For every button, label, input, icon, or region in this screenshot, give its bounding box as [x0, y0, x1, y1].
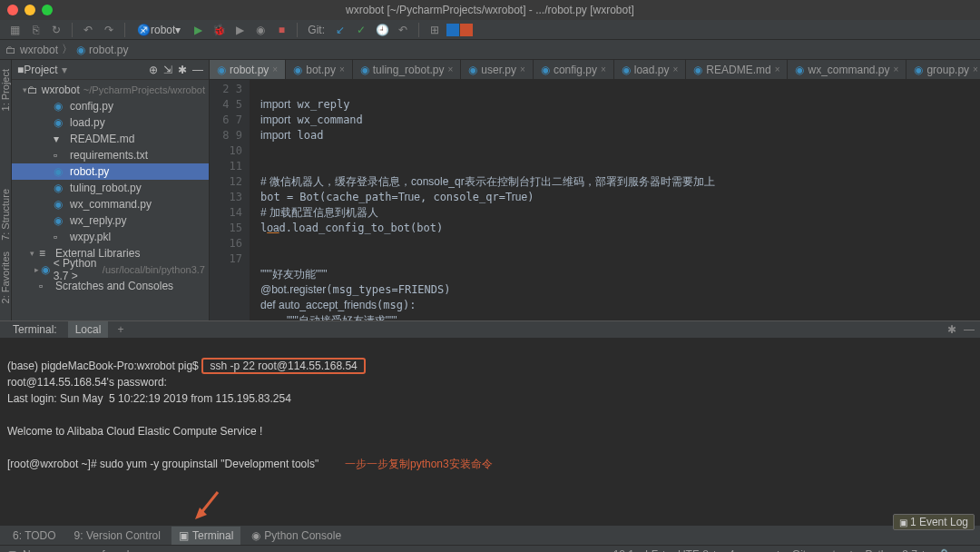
- terminal-settings-icon[interactable]: ✱: [947, 323, 956, 336]
- editor-tab[interactable]: ◉wx_command.py×: [788, 60, 906, 80]
- status-python[interactable]: Python 3.7 ÷: [865, 548, 926, 553]
- python-file-icon: ◉: [76, 44, 85, 56]
- python-console-tab[interactable]: ◉ Python Console: [244, 527, 348, 545]
- redo-icon[interactable]: ↷: [100, 21, 118, 39]
- vcs-tab[interactable]: 9: Version Control: [67, 527, 168, 545]
- terminal-add-tab[interactable]: +: [112, 323, 129, 336]
- status-position[interactable]: 12:1: [613, 548, 634, 553]
- status-message: No occurrences found: [23, 548, 129, 553]
- main-toolbar: ▦ ⎘ ↻ ↶ ↷ ♐ robot ▾ ▶ 🐞 ▶ ◉ ■ Git: ↙ ✓ 🕘…: [0, 20, 980, 40]
- editor-tabs: ◉robot.py×◉bot.py×◉tuling_robot.py×◉user…: [210, 60, 980, 80]
- terminal-label: Terminal:: [5, 321, 64, 338]
- todo-tab[interactable]: 6: TODO: [5, 527, 64, 545]
- toolbar-refresh-icon[interactable]: ↻: [47, 21, 65, 39]
- structure-icon[interactable]: ⊞: [426, 21, 444, 39]
- code-content[interactable]: import wx_reply import wx_command import…: [250, 80, 980, 320]
- event-log-button[interactable]: ▣ 1 Event Log: [893, 514, 975, 530]
- git-update-icon[interactable]: ↙: [331, 21, 349, 39]
- toolbar-apps[interactable]: [446, 24, 473, 36]
- status-encoding[interactable]: UTF-8 ÷: [678, 548, 718, 553]
- tree-item[interactable]: ◉wx_command.py: [12, 196, 209, 212]
- structure-tool-button[interactable]: 7: Structure: [0, 189, 11, 241]
- git-revert-icon[interactable]: ↶: [394, 21, 412, 39]
- stop-icon[interactable]: ■: [272, 21, 290, 39]
- window-title: wxrobot [~/PycharmProjects/wxrobot] - ..…: [0, 4, 980, 16]
- titlebar: wxrobot [~/PycharmProjects/wxrobot] - ..…: [0, 0, 980, 20]
- editor-tab[interactable]: ◉robot.py×: [210, 60, 286, 80]
- tree-item[interactable]: ▾README.md: [12, 131, 209, 147]
- status-line-separator[interactable]: LF ÷: [645, 548, 667, 553]
- terminal-prompt: [root@wxrobot ~]#: [7, 458, 100, 470]
- debug-icon[interactable]: 🐞: [210, 21, 228, 39]
- tree-item[interactable]: ◉wx_reply.py: [12, 212, 209, 229]
- project-tree[interactable]: ▾🗀wxrobot~/PycharmProjects/wxrobot◉confi…: [12, 80, 209, 320]
- annotation-text: 一步一步复制python3安装命令: [345, 456, 493, 472]
- terminal-command: sudo yum -y groupinstall "Development to…: [100, 458, 318, 470]
- toolbar-save-icon[interactable]: ⎘: [26, 21, 44, 39]
- project-sidebar: ■ Project▾ ⊕ ⇲ ✱ — ▾🗀wxrobot~/PycharmPro…: [12, 60, 210, 320]
- terminal-panel: Terminal: Local + ✱ — (base) pigdeMacBoo…: [0, 320, 980, 525]
- tree-item[interactable]: ◉robot.py: [12, 163, 209, 180]
- toolbar-open-icon[interactable]: ▦: [5, 21, 24, 39]
- ssh-command-highlight: ssh -p 22 root@114.55.168.54: [201, 358, 366, 374]
- lock-icon[interactable]: 🔒: [937, 548, 951, 553]
- status-bar: ▢ No occurrences found 12:1 LF ÷ UTF-8 ÷…: [0, 545, 980, 552]
- terminal-prompt: (base) pigdeMacBook-Pro:wxrobot pig$: [7, 360, 201, 372]
- profile-icon[interactable]: ◉: [251, 21, 270, 39]
- terminal-line: root@114.55.168.54's password:: [7, 376, 167, 389]
- terminal-line: Last login: Sun May 5 10:22:19 2019 from…: [7, 392, 291, 405]
- left-tool-strip: 1: Project 7: Structure 2: Favorites: [0, 60, 12, 320]
- terminal-body[interactable]: (base) pigdeMacBook-Pro:wxrobot pig$ ssh…: [0, 338, 980, 525]
- terminal-tab[interactable]: ▣ Terminal: [172, 527, 240, 545]
- sidebar-header: ■ Project▾ ⊕ ⇲ ✱ —: [12, 60, 209, 80]
- status-icon[interactable]: ▢: [7, 548, 17, 553]
- sidebar-hide-icon[interactable]: —: [192, 64, 203, 76]
- breadcrumb-project[interactable]: wxrobot: [20, 44, 58, 56]
- status-git[interactable]: Git: master ÷: [792, 548, 855, 553]
- sidebar-title: Project: [24, 64, 57, 76]
- coverage-icon[interactable]: ▶: [230, 21, 249, 39]
- tree-item[interactable]: ▾≡External Libraries: [12, 245, 209, 261]
- git-commit-icon[interactable]: ✓: [352, 21, 370, 39]
- editor-tab[interactable]: ◉bot.py×: [286, 60, 353, 80]
- tree-item[interactable]: ▫requirements.txt: [12, 147, 209, 163]
- tree-item[interactable]: ▸◉< Python 3.7 >/usr/local/bin/python3.7: [12, 261, 209, 278]
- tree-item[interactable]: ▾🗀wxrobot~/PycharmProjects/wxrobot: [12, 82, 209, 98]
- tree-item[interactable]: ◉tuling_robot.py: [12, 180, 209, 196]
- sidebar-collapse-icon[interactable]: ⇲: [163, 64, 172, 76]
- tree-item[interactable]: ▫wxpy.pkl: [12, 229, 209, 245]
- terminal-header: Terminal: Local + ✱ —: [0, 321, 980, 338]
- terminal-tab-local[interactable]: Local: [68, 321, 109, 338]
- editor-tab[interactable]: ◉tuling_robot.py×: [353, 60, 462, 80]
- tree-item[interactable]: ◉config.py: [12, 98, 209, 114]
- run-icon[interactable]: ▶: [189, 21, 207, 39]
- terminal-line: Welcome to Alibaba Cloud Elastic Compute…: [7, 425, 262, 438]
- favorites-tool-button[interactable]: 2: Favorites: [0, 251, 11, 303]
- tree-item[interactable]: ◉load.py: [12, 114, 209, 131]
- breadcrumb-file[interactable]: robot.py: [89, 44, 128, 56]
- editor-tab[interactable]: ◉load.py×: [614, 60, 687, 80]
- folder-icon: 🗀: [5, 44, 16, 56]
- run-config-selector[interactable]: ♐ robot ▾: [132, 21, 186, 39]
- editor-tab[interactable]: ◉group.py×: [906, 60, 980, 80]
- sidebar-settings-icon[interactable]: ✱: [178, 64, 187, 76]
- project-tool-button[interactable]: 1: Project: [0, 69, 11, 111]
- editor-tab[interactable]: ◉config.py×: [534, 60, 614, 80]
- annotation-arrow-icon: [191, 488, 227, 524]
- sidebar-target-icon[interactable]: ⊕: [149, 64, 158, 76]
- line-gutter: 2 3 4 5 6 7 8 9 10 11 12 13 14 15 16 17: [210, 80, 250, 320]
- git-label: Git:: [308, 24, 325, 36]
- bottom-tool-tabs: 6: TODO 9: Version Control ▣ Terminal ◉ …: [0, 525, 980, 545]
- status-inspector-icon[interactable]: ☺: [962, 548, 973, 553]
- undo-icon[interactable]: ↶: [79, 21, 97, 39]
- code-editor[interactable]: 2 3 4 5 6 7 8 9 10 11 12 13 14 15 16 17 …: [210, 80, 980, 320]
- git-history-icon[interactable]: 🕘: [373, 21, 391, 39]
- terminal-hide-icon[interactable]: —: [964, 323, 975, 336]
- editor-tab[interactable]: ◉user.py×: [461, 60, 534, 80]
- breadcrumb: 🗀 wxrobot 〉 ◉ robot.py: [0, 40, 980, 60]
- tree-item[interactable]: ▫Scratches and Consoles: [12, 278, 209, 294]
- status-indent[interactable]: 4 spaces ÷: [729, 548, 781, 553]
- editor-tab[interactable]: ◉README.md×: [686, 60, 788, 80]
